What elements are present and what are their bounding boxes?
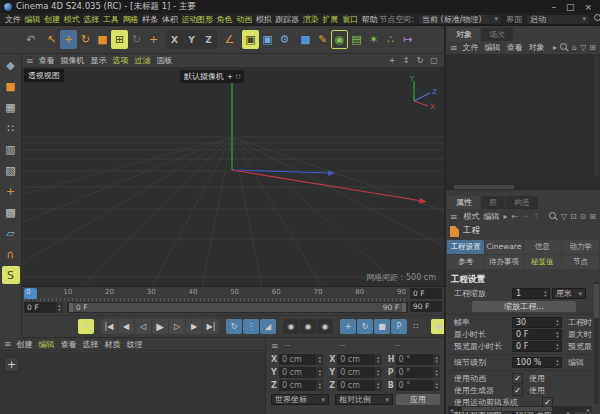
go-to-end-icon[interactable]: ▶|	[203, 319, 219, 334]
attribute-hscrollbar[interactable]: ◂ ▸	[448, 406, 592, 412]
object-list[interactable]	[446, 54, 600, 184]
pan-camera-icon[interactable]: +	[386, 55, 398, 67]
viewport-menu-item[interactable]: 面板	[154, 55, 176, 66]
coordinates-column-dropdown[interactable]: --	[340, 341, 395, 350]
make-editable-icon[interactable]: ◆	[2, 56, 20, 74]
object-search-icon[interactable]	[560, 43, 569, 53]
menu-item[interactable]: 文件	[3, 14, 23, 25]
section-tab[interactable]: 动力学	[562, 240, 599, 254]
primitive-cube-icon[interactable]: ■	[297, 30, 314, 49]
lock-z-axis-icon[interactable]: Z	[200, 30, 217, 49]
section-tab[interactable]: Cineware	[485, 240, 522, 254]
scale-project-button[interactable]: 缩放工程...	[472, 301, 576, 312]
use-generators-checkbox[interactable]: ✓	[512, 385, 523, 396]
viewport-menu-item[interactable]: 过滤	[132, 55, 154, 66]
range-end-handle[interactable]	[402, 303, 406, 312]
play-mode-loop-icon[interactable]: ↻	[226, 319, 242, 334]
menu-item[interactable]: 窗口	[340, 14, 360, 25]
edit-render-settings-icon[interactable]: ⚙	[276, 30, 293, 49]
menu-item[interactable]: 选择	[81, 14, 101, 25]
scene-end-field[interactable]: 90 F	[410, 301, 442, 312]
menu-item[interactable]: 编辑	[23, 14, 43, 25]
key-parameter-icon[interactable]: P	[391, 319, 407, 334]
undo-icon[interactable]: ↶	[22, 30, 39, 49]
attribute-filter-icon[interactable]: ▽	[561, 212, 567, 221]
section-tab[interactable]: 节点	[562, 255, 599, 269]
pen-spline-icon[interactable]: ✎	[314, 30, 331, 49]
menu-item[interactable]: 运动图形	[179, 14, 214, 25]
menu-item[interactable]: 体积	[160, 14, 180, 25]
coordinate-field[interactable]: 0 cm	[337, 354, 375, 365]
coordinates-column-dropdown[interactable]: --	[285, 341, 340, 350]
material-menu-item[interactable]: 材质	[102, 339, 124, 350]
menu-item[interactable]: 扩展	[321, 14, 341, 25]
menu-item[interactable]: 模拟	[254, 14, 274, 25]
fps-field[interactable]: 30	[512, 317, 562, 328]
material-menu-item[interactable]: 编辑	[36, 339, 58, 350]
viewport-menu-item[interactable]: 选项	[110, 55, 132, 66]
scale-unit-dropdown[interactable]: 厘米	[552, 288, 586, 299]
scale-tool-icon[interactable]: ■	[94, 30, 111, 49]
menu-item[interactable]: 渲染	[301, 14, 321, 25]
add-object-icon[interactable]: ⊞	[589, 43, 596, 52]
material-list[interactable]: +	[0, 352, 265, 414]
material-menu-item[interactable]: 创建	[14, 339, 36, 350]
coordinate-space-dropdown[interactable]: 世界坐标	[271, 394, 329, 405]
lock-y-axis-icon[interactable]: Y	[183, 30, 200, 49]
key-position-icon[interactable]: +	[340, 319, 356, 334]
section-tab[interactable]: 信息	[524, 240, 561, 254]
section-tab[interactable]: 工程设置	[447, 240, 484, 254]
coordinates-column-dropdown[interactable]: --	[395, 341, 450, 350]
last-used-tool-icon[interactable]: ⊞	[111, 30, 128, 49]
history-back-icon[interactable]: ←	[512, 212, 519, 221]
size-mode-dropdown[interactable]: 相对比例	[335, 394, 393, 405]
scene-start-field[interactable]: 0 F	[410, 288, 442, 299]
object-list-scrollbar[interactable]	[594, 56, 599, 176]
next-frame-icon[interactable]: ▷	[169, 319, 185, 334]
attribute-vscrollbar[interactable]	[594, 282, 599, 404]
attribute-manager-tab[interactable]: 层	[481, 196, 505, 209]
object-filter-icon[interactable]: ▽	[580, 43, 586, 52]
coordinate-field[interactable]: 0 cm	[337, 380, 375, 391]
add-material-button[interactable]: +	[4, 357, 19, 372]
orbit-camera-icon[interactable]: ↻	[414, 55, 426, 67]
volume-icon[interactable]: ∴	[382, 30, 399, 49]
object-list-hscrollbar[interactable]	[446, 184, 600, 190]
coordinate-field[interactable]: 0 cm	[279, 367, 317, 378]
add-panel-icon[interactable]: ⊞	[589, 212, 596, 221]
camera-dots-icon[interactable]: ∷	[236, 73, 240, 81]
workplane-icon[interactable]: ▱	[2, 224, 20, 242]
object-path-icon[interactable]: ⌂	[572, 43, 577, 52]
node-space-dropdown[interactable]: 当前 (标准/物理)	[418, 14, 502, 25]
model-mode-icon[interactable]: ■	[2, 77, 20, 95]
maximize-button[interactable]: □	[566, 1, 575, 13]
coordinate-field[interactable]: 0 cm	[279, 380, 317, 391]
viewport-menu-item[interactable]: 显示	[88, 55, 110, 66]
apply-button[interactable]: 应用	[396, 394, 440, 405]
level-of-detail-field[interactable]: 100 %	[512, 357, 562, 368]
attribute-search-icon[interactable]	[549, 212, 558, 222]
material-menu-icon[interactable]: ≡	[4, 339, 14, 349]
frame-stepper[interactable]	[56, 302, 63, 313]
rotate-secondary-icon[interactable]: ↻	[128, 30, 145, 49]
edge-mode-icon[interactable]: ▥	[2, 140, 20, 158]
menu-item[interactable]: 角色	[215, 14, 235, 25]
next-key-icon[interactable]: ▶	[186, 319, 202, 334]
interface-dropdown[interactable]: 启动	[526, 14, 590, 25]
attribute-edit-menu[interactable]: 编辑	[484, 211, 500, 222]
coordinate-system-icon[interactable]: ∠	[221, 30, 238, 49]
play-forward-icon[interactable]: ▶	[152, 319, 168, 334]
coordinate-field[interactable]: 0 °	[396, 354, 434, 365]
enable-axis-icon[interactable]: +	[2, 182, 20, 200]
keyframe-selection-icon[interactable]: ◉	[317, 319, 333, 334]
record-keyframe-icon[interactable]: ◉	[283, 319, 299, 334]
go-to-start-icon[interactable]: |◀	[101, 319, 117, 334]
minimize-button[interactable]: –	[551, 1, 556, 13]
current-frame-field[interactable]: 0 F	[24, 302, 56, 313]
menu-item[interactable]: 动画	[234, 14, 254, 25]
dolly-camera-icon[interactable]: ↕	[400, 55, 412, 67]
move-tool-icon[interactable]: +	[60, 30, 77, 49]
project-scale-field[interactable]: 1	[512, 288, 550, 299]
snap-icon[interactable]: ∩	[2, 245, 20, 263]
menu-item[interactable]: 工具	[101, 14, 121, 25]
